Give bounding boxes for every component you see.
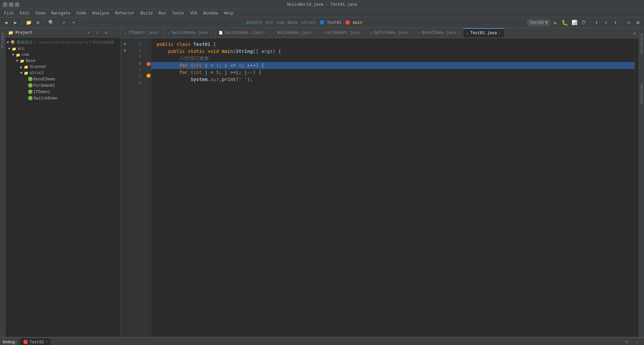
tab-upfordemo[interactable]: ☕ UpforDemo.java ×	[367, 28, 415, 38]
toolbar-search-btn[interactable]: 🔍	[47, 19, 55, 27]
tree-ifdemo1[interactable]: ▶ 🟢 IfDemo1	[5, 89, 121, 95]
tab-close-switchdemo-class[interactable]: ×	[265, 31, 267, 35]
tab-icon-test01: ☕	[467, 31, 469, 35]
editor-tabs: ☕ IfDemo1.java × ☕ SwitchDemo.java × 📄 S…	[121, 28, 639, 38]
project-panel: 📁 Project ⊕ ≡ ⚙ − ▼ 📦 基础语法 C:\Users\1072…	[5, 28, 121, 337]
tab-close-bandcdemo[interactable]: ×	[458, 31, 460, 35]
tab-close-whiledemo[interactable]: ×	[313, 31, 315, 35]
menu-build[interactable]: Build	[138, 10, 155, 16]
breadcrumb-src[interactable]: src	[266, 20, 273, 25]
line-num-3: 3	[130, 41, 144, 48]
tab-ifdemo1[interactable]: ☕ IfDemo1.java ×	[121, 28, 164, 38]
menu-code[interactable]: Code	[74, 10, 89, 16]
breakpoint-gutter	[146, 38, 151, 337]
breadcrumb-base[interactable]: Base	[288, 20, 298, 25]
project-hide-btn[interactable]: −	[111, 29, 118, 36]
line-numbers: 3 4 5 6 7 8 9	[129, 38, 146, 337]
tree-root[interactable]: ▼ 📦 基础语法 C:\Users\10725\Desktop\为了毕业设我都需	[5, 39, 121, 46]
terminal-btn[interactable]: ▭	[625, 19, 633, 27]
menu-edit[interactable]: Edit	[17, 10, 32, 16]
menu-file[interactable]: File	[1, 10, 16, 16]
tab-close-test01[interactable]: ×	[499, 31, 501, 35]
tree-fordemo01[interactable]: ▶ 🟢 ForDemo01	[5, 82, 121, 89]
debug-header: Debug: 🔴 Test01 × ⚙ −	[0, 338, 644, 345]
tab-close-upfordemo[interactable]: ×	[409, 31, 411, 35]
vcs-push-btn[interactable]: ⬆	[611, 19, 620, 27]
maximize-btn[interactable]: □	[9, 2, 13, 7]
tree-scanner[interactable]: ▶ 📁 Scanner	[5, 64, 121, 70]
run-button[interactable]: ▶	[551, 19, 559, 27]
menu-refactor[interactable]: Refactor	[112, 10, 137, 16]
tree-bandcdemo[interactable]: ▶ 🟢 BandCDemo	[5, 76, 121, 82]
toolbar: ◀ ▶ 📁 ⚙ 🔍 ↶ ↷ 基础语法 › src › com › Base › …	[0, 17, 644, 28]
code-content[interactable]: public class Test01 { public static void…	[151, 38, 635, 337]
maximize-editor-btn[interactable]: ⊞	[634, 19, 642, 27]
tree-struct[interactable]: ▼ 📁 struct	[5, 70, 121, 76]
debug-tab-test01[interactable]: 🔴 Test01 ×	[20, 338, 51, 345]
title-bar: ─ □ × HelloWorld.java - Test01.java	[0, 0, 644, 9]
minimize-btn[interactable]: ─	[3, 2, 7, 7]
project-label[interactable]: Project	[1, 31, 5, 49]
tree-src[interactable]: ▼ 📁 src	[5, 46, 121, 52]
close-btn[interactable]: ×	[15, 2, 19, 7]
menu-vcs[interactable]: VCS	[187, 10, 200, 16]
menu-navigate[interactable]: Navigate	[48, 10, 73, 16]
tab-icon-switchdemo-class: 📄	[219, 31, 223, 35]
menu-analyze[interactable]: Analyze	[90, 10, 112, 16]
debug-tab-close[interactable]: ×	[45, 340, 47, 344]
tab-icon-fordemo01: ☕	[322, 31, 324, 35]
vcs-commit-btn[interactable]: ✓	[602, 19, 610, 27]
run-config-selector[interactable]: Test01 ▼	[527, 19, 550, 26]
project-scope-btn[interactable]: ⊕	[85, 29, 92, 36]
menu-tools[interactable]: Tools	[169, 10, 187, 16]
tab-close-fordemo01[interactable]: ×	[361, 31, 363, 35]
run-arrow-4[interactable]: ▶	[124, 48, 126, 54]
far-left-panel: Project	[0, 28, 5, 337]
toolbar-forward-btn[interactable]: ▶	[11, 19, 19, 27]
menu-help[interactable]: Help	[221, 10, 236, 16]
tab-test01[interactable]: ☕ Test01.java ×	[463, 28, 504, 38]
favorites-label[interactable]: Favorites	[640, 82, 644, 105]
debug-button[interactable]: 🐛	[561, 19, 569, 27]
tree-base[interactable]: ▼ 📁 Base	[5, 58, 121, 64]
toolbar-folder-btn[interactable]: 📁	[24, 19, 33, 27]
project-collapse-btn[interactable]: ≡	[94, 29, 101, 36]
editor-settings-btn[interactable]: ⚙	[631, 29, 639, 38]
menu-window[interactable]: Window	[201, 10, 220, 16]
breadcrumb-struct[interactable]: struct	[301, 20, 316, 25]
toolbar-undo-btn[interactable]: ↶	[60, 19, 68, 27]
breadcrumb-main[interactable]: 🔴 main	[345, 20, 362, 25]
breakpoint-dot[interactable]	[147, 62, 151, 66]
tab-close-ifdemo1[interactable]: ×	[159, 31, 161, 35]
right-sidebar: Structure Favorites	[639, 28, 644, 337]
debug-settings-btn[interactable]: ⚙	[623, 338, 631, 345]
vertical-scrollbar[interactable]	[635, 38, 639, 337]
profile-button[interactable]: ⏱	[580, 19, 588, 27]
run-arrow-3[interactable]: ▶	[124, 41, 126, 48]
tab-whiledemo[interactable]: ☕ WhileDemo.java ×	[270, 28, 319, 38]
debug-minimize-btn[interactable]: −	[633, 338, 641, 345]
tab-switchdemo[interactable]: ☕ SwitchDemo.java ×	[164, 28, 215, 38]
structure-label[interactable]: Structure	[640, 32, 644, 55]
breadcrumb-item[interactable]: 基础语法	[246, 20, 262, 25]
tab-bandcdemo[interactable]: ☕ BandCDemo.java ×	[415, 28, 463, 38]
tab-switchdemo-class[interactable]: 📄 SwitchDemo.class ×	[215, 28, 270, 38]
tab-close-switchdemo[interactable]: ×	[210, 31, 212, 35]
project-options-btn[interactable]: ⚙	[103, 29, 109, 36]
code-editor: ▶ ▶ 3 4 5 6 7 8 9	[121, 38, 639, 337]
menu-run[interactable]: Run	[156, 10, 169, 16]
coverage-button[interactable]: 📊	[570, 19, 578, 27]
tree-com[interactable]: ▼ 📁 com	[5, 52, 121, 58]
toolbar-back-btn[interactable]: ◀	[2, 19, 10, 27]
tab-fordemo01[interactable]: ☕ ForDemo01.java ×	[319, 28, 367, 38]
menu-view[interactable]: View	[33, 10, 48, 16]
debug-title-label: Debug:	[3, 340, 17, 345]
toolbar-redo-btn[interactable]: ↷	[69, 19, 77, 27]
tree-switchdemo[interactable]: ▶ 🟢 SwitchDemo	[5, 95, 121, 101]
breadcrumb-com[interactable]: com	[277, 20, 284, 25]
toolbar-settings-btn[interactable]: ⚙	[34, 19, 42, 27]
tab-icon-ifdemo1: ☕	[124, 31, 126, 35]
vcs-update-btn[interactable]: ⬇	[593, 19, 601, 27]
breadcrumb-test01[interactable]: 🔵 Test01	[320, 20, 341, 25]
toolbar-sep1	[22, 19, 22, 26]
